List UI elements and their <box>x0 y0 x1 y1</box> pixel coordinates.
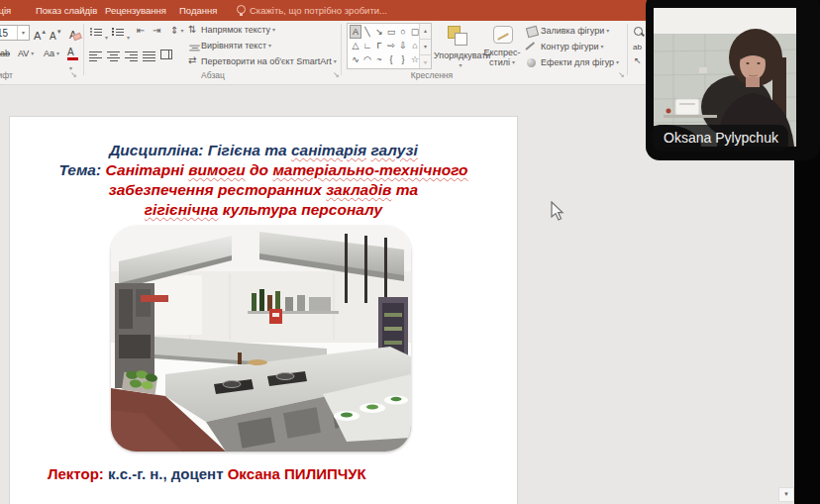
paragraph-group-label: Абзац <box>178 70 248 82</box>
shape-outline-button[interactable]: Контур фігури <box>541 41 603 53</box>
drawing-group-label: Креслення <box>401 70 462 82</box>
title-line-3: забезпечення ресторанних закладів та <box>10 180 517 200</box>
change-case-button[interactable]: Aa <box>44 47 59 61</box>
shape-oval-icon[interactable]: ○ <box>397 25 409 39</box>
shape-triangle-icon[interactable]: △ <box>350 39 361 52</box>
shape-elbow-icon[interactable]: ∟ <box>361 39 373 52</box>
strikethrough-button[interactable]: ab <box>0 47 10 61</box>
mouse-cursor <box>551 201 564 221</box>
shape-scribble-icon[interactable]: ∿ <box>350 52 361 66</box>
clear-formatting-button[interactable]: A <box>69 29 76 41</box>
replace-icon[interactable]: ab <box>633 41 642 53</box>
quick-styles-icon <box>493 26 513 44</box>
font-dialog-launcher-icon[interactable]: ↘ <box>70 71 77 79</box>
group-divider <box>83 24 84 75</box>
paragraph-dialog-launcher-icon[interactable]: ↘ <box>333 71 340 79</box>
gallery-up-icon[interactable]: ▴ <box>420 24 431 39</box>
shape-brace-left-icon[interactable]: { <box>385 52 397 66</box>
align-text-button[interactable]: Вирівняти текст <box>201 40 271 52</box>
decrease-indent-icon[interactable]: ⇤ <box>137 25 145 36</box>
shape-textbox-icon[interactable]: A <box>350 25 361 39</box>
tab-review[interactable]: Рецензування <box>105 0 166 21</box>
gallery-more-icon[interactable]: ▿ <box>420 54 431 70</box>
align-center-icon[interactable] <box>107 50 120 60</box>
webcam-window[interactable]: Oksana Pylypchuk <box>646 0 820 160</box>
line-spacing-icon[interactable]: ⇕ <box>170 25 183 36</box>
font-color-swatch <box>67 57 78 60</box>
drawing-dialog-launcher-icon[interactable]: ↘ <box>618 71 625 79</box>
slide-canvas[interactable]: Дисципліна: Гігієна та санітарія галузі … <box>10 117 517 504</box>
shape-connector-icon[interactable]: Γ <box>373 39 385 52</box>
gallery-down-icon[interactable]: ▾ <box>420 39 431 54</box>
align-right-icon[interactable] <box>125 50 138 60</box>
tab-slideshow[interactable]: Показ слайдів <box>36 0 97 21</box>
font-size-dropdown-icon[interactable]: ▾ <box>17 26 29 40</box>
shape-arrow-down-icon[interactable]: ⇩ <box>397 39 409 52</box>
shape-brace-right-icon[interactable]: } <box>397 52 409 66</box>
font-size-combo[interactable]: 15 ▾ <box>0 25 30 41</box>
shape-fill-icon <box>526 26 539 39</box>
participant-name-tag: Oksana Pylypchuk <box>652 125 788 151</box>
text-direction-button[interactable]: Напрямок тексту <box>201 24 275 37</box>
font-group-label: Шрифт <box>0 70 13 82</box>
kitchen-photo[interactable] <box>111 226 411 452</box>
shape-rectangle-icon[interactable]: ▭ <box>385 25 397 39</box>
arrange-button[interactable]: Упорядкувати <box>434 50 485 70</box>
tab-animation[interactable]: Анімація <box>0 0 11 21</box>
find-icon[interactable] <box>634 27 643 36</box>
shape-arc-icon[interactable]: ◠ <box>361 52 373 66</box>
group-divider <box>627 24 628 75</box>
select-icon[interactable]: ↖ <box>634 54 642 67</box>
columns-icon[interactable] <box>160 50 172 59</box>
grow-font-button[interactable]: A▲ <box>34 25 47 44</box>
group-divider <box>341 24 342 75</box>
convert-smartart-button[interactable]: Перетворити на об'єкт SmartArt <box>201 55 337 68</box>
font-size-value: 15 <box>0 28 8 39</box>
shapes-gallery-scrollbar[interactable]: ▴ ▾ ▿ <box>419 24 431 68</box>
scroll-down-button[interactable]: ▼ <box>778 487 794 502</box>
align-left-icon[interactable] <box>89 50 102 60</box>
shape-fill-button[interactable]: Заливка фігури <box>541 25 609 38</box>
shapes-gallery: A ╲ ↘ ▭ ○ ▢ △ ∟ Γ ⇨ ⇩ ⌂ ∿ ◠ ~ { } ☆ ▴ ▾ … <box>347 23 432 69</box>
shape-arrow-right-icon[interactable]: ⇨ <box>385 39 397 52</box>
bullets-dropdown[interactable] <box>103 27 108 45</box>
arrange-icon <box>448 26 469 46</box>
character-spacing-button[interactable]: AV <box>18 47 34 61</box>
shrink-font-button[interactable]: A▼ <box>50 25 62 44</box>
shape-outline-icon <box>526 41 536 50</box>
text-direction-icon: ⇅ <box>188 24 196 35</box>
shape-curve-icon[interactable]: ~ <box>373 52 385 66</box>
shape-line-icon[interactable]: ╲ <box>361 25 373 39</box>
lightbulb-icon <box>237 5 246 14</box>
title-line-4: гігієнічна культура персоналу <box>10 200 517 220</box>
shape-effects-button[interactable]: Ефекти для фігур <box>541 56 619 69</box>
numbering-dropdown[interactable] <box>125 27 130 45</box>
title-line-2: Тема: Санітарні вимоги до матеріально-те… <box>10 160 517 180</box>
bullets-icon[interactable] <box>89 27 102 38</box>
shape-arrow-icon[interactable]: ↘ <box>373 25 385 39</box>
quick-styles-button[interactable]: Експрес-стилі <box>479 48 525 67</box>
tab-view[interactable]: Подання <box>179 0 217 21</box>
title-line-1: Дисципліна: Гігієна та санітарія галузі <box>10 141 517 160</box>
increase-indent-icon[interactable]: ⇥ <box>153 25 160 36</box>
shape-effects-icon <box>527 58 536 67</box>
align-justify-icon[interactable] <box>143 50 155 60</box>
tell-me-box[interactable]: Скажіть, що потрібно зробити... <box>250 0 387 21</box>
numbering-icon[interactable] <box>111 27 124 38</box>
lecturer-line: Лектор: к.с.-г. н., доцент Оксана ПИЛИПЧ… <box>48 465 366 482</box>
smartart-icon: ⇄ <box>188 54 196 65</box>
slide-title[interactable]: Дисципліна: Гігієна та санітарія галузі … <box>10 141 517 220</box>
align-text-icon <box>189 44 199 52</box>
kitchen-photo-art <box>111 226 411 452</box>
